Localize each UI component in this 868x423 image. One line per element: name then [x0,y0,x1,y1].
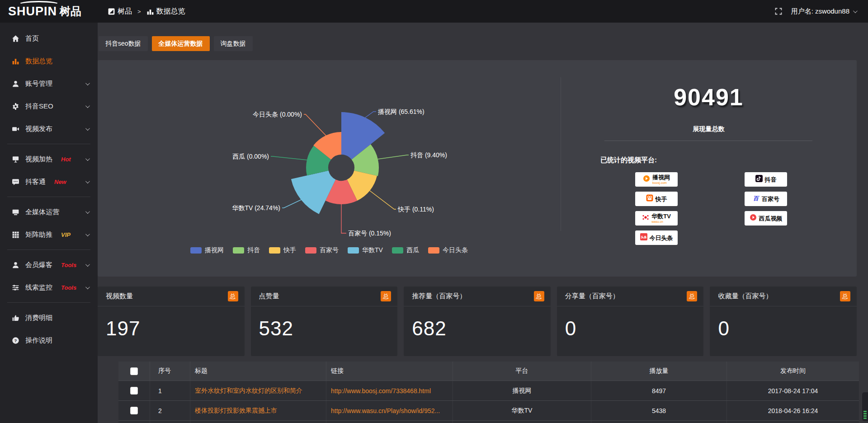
pie-slice-4[interactable] [291,170,336,214]
sidebar-item-home[interactable]: 首页 [0,27,98,50]
stat-card-header: 点赞量总 [251,287,398,306]
widget-bar [863,413,867,414]
wasu-logo-icon [642,214,649,223]
row-checkbox[interactable] [130,387,138,395]
breadcrumb-label: 树品 [118,7,132,16]
platform-name-text: 播视网 [652,174,670,180]
row-checkbox-cell [118,401,150,420]
baijiahao-logo-icon: 百 [752,194,760,203]
home-icon [12,35,19,42]
svg-text:头条: 头条 [641,235,647,239]
sidebar-item-monitor[interactable]: 全媒体运营 [0,201,98,223]
title-cell[interactable]: 室外水纹灯和室内水纹灯的区别和简介 [190,381,326,400]
tab-全媒体运营数据[interactable]: 全媒体运营数据 [152,36,210,51]
sidebar-item-label: 会员爆客 [25,261,52,269]
legend-swatch [190,247,202,254]
tab-bar: 抖音seo数据全媒体运营数据询盘数据 [99,36,857,51]
total-badge[interactable]: 总 [228,291,238,301]
platform-name: 播视网boosj.com [652,174,670,184]
time-cell: 2018-04-26 16:24 [727,401,859,420]
breadcrumb-item-current[interactable]: 数据总览 [146,7,185,16]
sidebar-divider [7,197,90,197]
app: { "header": { "logo_en": "SHUPIN", "logo… [0,0,868,423]
legend-item-播视网[interactable]: 播视网 [190,246,224,254]
legend-swatch [392,247,403,254]
sidebar-item-sliders[interactable]: 线索监控Tools [0,276,98,299]
summary-section: 90491 展现量总数 已统计的视频平台: 播视网boosj.com快手华数TV… [561,60,857,277]
legend-label: 播视网 [205,246,224,254]
rose-pie-chart[interactable]: 播视网 (65.61%)抖音 (9.40%)快手 (0.11%)百家号 (0.1… [98,60,561,277]
sidebar-item-grid[interactable]: 矩阵助推VIP [0,223,98,246]
empty-cell [326,421,453,423]
chart-legend: 播视网抖音快手百家号华数TV西瓜今日头条 [98,246,561,254]
breadcrumb: 树品 > 数据总览 [108,7,185,16]
row-checkbox[interactable] [130,407,138,414]
link-cell[interactable]: http://www.wasu.cn/Play/show/id/952... [326,401,453,420]
floating-side-widget[interactable] [862,392,868,421]
tab-询盘数据[interactable]: 询盘数据 [214,36,253,51]
sidebar-divider [7,144,90,144]
svg-text:?: ? [14,338,17,343]
platform-badge-kuaishou: 快手 [635,192,678,206]
sidebar-item-label: 操作说明 [25,336,52,345]
sidebar-item-label: 抖客通 [25,178,46,186]
table-row: 2楼体投影灯投影效果震撼上市http://www.wasu.cn/Play/sh… [118,400,859,420]
legend-swatch [348,247,359,254]
platform-cell: 华数TV [453,401,591,420]
platform-badge-douyin: 抖音 [745,172,787,187]
total-value: 90491 [561,84,857,111]
sidebar-item-person[interactable]: 会员爆客Tools [0,254,98,276]
total-badge[interactable]: 总 [840,291,850,301]
legend-label: 百家号 [320,246,339,254]
title-cell[interactable]: 楼体投影灯投影效果震撼上市 [190,401,326,420]
app-icon [108,8,115,15]
sidebar-item-gear[interactable]: 抖音SEO [0,95,98,118]
video-icon [12,125,19,133]
legend-label: 西瓜 [406,246,419,254]
question-icon: ? [12,337,19,344]
link-cell[interactable]: http://www.boosj.com/7338468.html [326,381,453,400]
platform-badge-xigua: 西瓜视频 [745,211,787,226]
legend-item-快手[interactable]: 快手 [269,246,296,254]
legend-item-华数TV[interactable]: 华数TV [348,246,383,254]
stat-card-title: 收藏量（百家号） [718,292,772,301]
sidebar-item-label: 数据总览 [25,57,52,66]
sidebar-item-chat[interactable]: 抖客通New [0,170,98,193]
sidebar-item-badge: Tools [61,262,76,268]
sidebar-item-video[interactable]: 视频发布 [0,118,98,140]
toutiao-logo-icon: 头条 [640,233,647,242]
fullscreen-icon[interactable] [775,8,782,15]
chevron-down-icon [85,232,90,236]
top-header: SHUPIN 树品 树品 > 数据总览 用户名: zswodun88 [0,0,868,23]
sidebar-item-badge: Tools [61,284,76,291]
breadcrumb-label: 数据总览 [156,7,185,16]
overview-panel: 播视网 (65.61%)抖音 (9.40%)快手 (0.11%)百家号 (0.1… [98,60,857,277]
breadcrumb-item-home[interactable]: 树品 [108,7,132,16]
platform-badge-wasu: 华数TVwasu.cn [635,211,678,226]
stat-card: 点赞量总532 [251,287,398,356]
total-badge[interactable]: 总 [381,291,391,301]
empty-cell [453,421,591,423]
sidebar-item-heat[interactable]: 视频加热Hot [0,148,98,170]
pie-label-line [304,114,326,136]
pie-label-line [341,204,346,233]
sidebar-item-thumb[interactable]: 消费明细 [0,306,98,329]
sidebar-item-bar-chart[interactable]: 数据总览 [0,50,98,72]
select-all-checkbox[interactable] [130,367,138,375]
username[interactable]: 用户名: zswodun88 [791,7,856,16]
sidebar-item-question[interactable]: ?操作说明 [0,329,98,352]
total-badge[interactable]: 总 [534,291,544,301]
legend-item-抖音[interactable]: 抖音 [233,246,260,254]
heat-icon [12,155,19,163]
stat-card: 推荐量（百家号）总682 [404,287,551,356]
legend-item-百家号[interactable]: 百家号 [305,246,339,254]
legend-item-今日头条[interactable]: 今日头条 [428,246,468,254]
person-icon [12,261,19,269]
table-row-partial [118,420,859,423]
user-icon [12,80,19,88]
pie-label: 抖音 (9.40%) [410,151,447,159]
sidebar-item-user[interactable]: 账号管理 [0,72,98,95]
total-badge[interactable]: 总 [687,291,697,301]
legend-item-西瓜[interactable]: 西瓜 [392,246,419,254]
tab-抖音seo数据[interactable]: 抖音seo数据 [99,36,148,51]
